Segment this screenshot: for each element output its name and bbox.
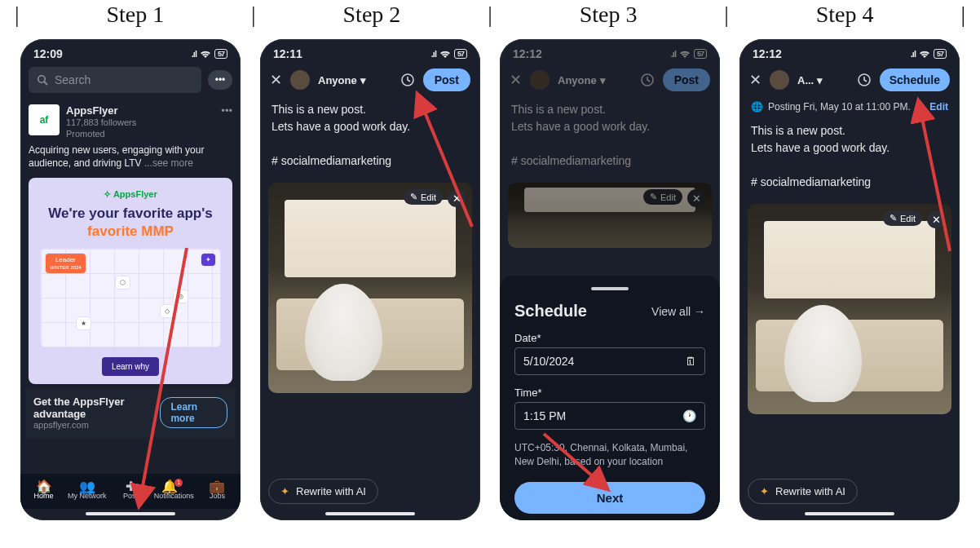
edit-image-button[interactable]: ✎Edit <box>883 210 922 226</box>
nav-notifications[interactable]: 🔔1Notifications <box>152 479 196 501</box>
battery-icon: 57 <box>214 49 227 59</box>
audience-selector[interactable]: Anyone▾ <box>558 74 606 86</box>
audience-selector[interactable]: A...▾ <box>797 74 823 86</box>
rewrite-with-ai-button[interactable]: ✦ Rewrite with AI <box>268 479 378 504</box>
date-value: 5/10/2024 <box>523 355 574 368</box>
search-input[interactable]: Search <box>29 67 201 93</box>
avatar[interactable] <box>290 70 310 90</box>
see-more-link[interactable]: ...see more <box>144 157 193 169</box>
bell-icon: 🔔1 <box>152 479 196 492</box>
rewrite-with-ai-button[interactable]: ✦Rewrite with AI <box>748 479 858 504</box>
avatar[interactable] <box>770 70 789 90</box>
signal-icon: .ıl <box>671 49 676 59</box>
step-label-2: Step 2 <box>258 2 486 28</box>
pencil-icon: ✎ <box>650 192 657 202</box>
attached-image[interactable]: ✎Edit ✕ <box>268 183 472 393</box>
divider: | <box>13 2 21 28</box>
status-bar: 12:12 .ıl 57 <box>739 39 960 64</box>
date-input[interactable]: 5/10/2024 🗓 <box>514 347 705 375</box>
battery-icon: 57 <box>934 49 947 59</box>
signal-icon: .ıl <box>192 49 196 59</box>
phone-step4: 12:12 .ıl 57 ✕ A...▾ Schedule 🌐 Posting … <box>739 39 960 520</box>
status-time: 12:12 <box>753 47 782 60</box>
wifi-icon <box>679 50 691 59</box>
signal-icon: .ıl <box>911 49 916 59</box>
remove-image-button[interactable]: ✕ <box>687 189 705 207</box>
schedule-button[interactable]: Schedule <box>880 68 950 91</box>
nav-jobs[interactable]: 💼Jobs <box>196 479 239 501</box>
compose-textarea[interactable]: This is a new post. Lets have a good wor… <box>500 96 720 175</box>
network-icon: 👥 <box>65 479 108 492</box>
pencil-icon: ✎ <box>890 213 897 223</box>
remove-image-button[interactable]: ✕ <box>448 189 466 207</box>
svg-line-1 <box>44 82 47 85</box>
home-indicator <box>86 512 175 515</box>
ad-image[interactable]: ✧ AppsFlyer We're your favorite app's fa… <box>29 178 232 384</box>
post-menu-icon[interactable]: ••• <box>221 104 232 117</box>
edit-image-button[interactable]: ✎Edit <box>643 189 682 205</box>
status-icons: .ıl 57 <box>911 49 947 59</box>
schedule-clock-icon[interactable] <box>857 73 872 87</box>
node-icon: ⬡ <box>116 276 130 289</box>
close-icon[interactable]: ✕ <box>749 71 761 89</box>
ad-brand-logo: ✧ AppsFlyer <box>37 189 224 200</box>
attached-image[interactable]: ✎Edit ✕ <box>748 204 951 414</box>
messages-button[interactable]: ••• <box>208 70 232 90</box>
post-icon: ✚ <box>108 479 152 492</box>
sparkle-icon: ✦ <box>760 485 769 497</box>
clock-icon: 🕐 <box>682 409 696 422</box>
avatar[interactable] <box>530 70 550 90</box>
divider: | <box>722 2 731 28</box>
compose-textarea[interactable]: This is a new post. Lets have a good wor… <box>260 96 480 175</box>
status-bar: 12:11 .ıl 57 <box>260 39 480 64</box>
learn-more-button[interactable]: Learn more <box>160 397 227 428</box>
step-label-4: Step 4 <box>731 2 959 28</box>
post-author[interactable]: AppsFlyer <box>66 104 214 117</box>
sheet-grabber[interactable] <box>591 287 629 290</box>
bottom-nav: 🏠Home 👥My Network ✚Post 🔔1Notifications … <box>20 474 241 509</box>
step-label-3: Step 3 <box>494 2 722 28</box>
close-icon[interactable]: ✕ <box>510 71 522 89</box>
divider: | <box>486 2 494 28</box>
divider: | <box>249 2 258 28</box>
home-indicator <box>325 512 415 515</box>
close-icon[interactable]: ✕ <box>270 71 282 89</box>
nav-network[interactable]: 👥My Network <box>65 479 108 501</box>
edit-schedule-link[interactable]: Edit <box>929 101 948 113</box>
ad-cta-button[interactable]: Learn why <box>102 357 159 376</box>
status-bar: 12:09 .ıl 57 <box>20 39 241 64</box>
post-button[interactable]: Post <box>663 68 710 91</box>
pencil-icon: ✎ <box>410 192 417 202</box>
status-icons: .ıl 57 <box>431 49 467 59</box>
compose-textarea[interactable]: This is a new post. Lets have a good wor… <box>739 117 960 196</box>
post-button[interactable]: Post <box>423 68 470 91</box>
nav-home[interactable]: 🏠Home <box>22 479 65 501</box>
status-time: 12:09 <box>33 47 63 60</box>
phone-step1: 12:09 .ıl 57 Search ••• <box>20 39 241 520</box>
status-icons: .ıl 57 <box>671 49 707 59</box>
company-logo[interactable]: af <box>29 104 60 135</box>
view-all-link[interactable]: View all → <box>651 305 705 318</box>
schedule-clock-icon[interactable] <box>640 73 655 87</box>
nav-post[interactable]: ✚Post <box>108 479 152 501</box>
home-indicator <box>805 512 894 515</box>
next-button[interactable]: Next <box>514 482 705 514</box>
time-value: 1:15 PM <box>523 409 566 422</box>
edit-image-button[interactable]: ✎Edit <box>404 189 443 205</box>
svg-point-0 <box>38 76 45 82</box>
cta-title: Get the AppsFlyer advantage <box>33 396 160 420</box>
search-placeholder: Search <box>55 73 90 86</box>
battery-icon: 57 <box>454 49 467 59</box>
logo-badge: ✦ <box>201 254 215 266</box>
scheduled-banner: 🌐 Posting Fri, May 10 at 11:00 PM. Edit <box>739 96 960 117</box>
chevron-down-icon: ▾ <box>360 74 366 86</box>
schedule-clock-icon[interactable] <box>400 73 415 87</box>
status-time: 12:11 <box>273 47 302 60</box>
chevron-down-icon: ▾ <box>817 74 823 86</box>
time-input[interactable]: 1:15 PM 🕐 <box>514 402 705 430</box>
remove-image-button[interactable]: ✕ <box>927 210 945 228</box>
attached-image[interactable]: ✎Edit ✕ <box>508 183 712 248</box>
audience-selector[interactable]: Anyone▾ <box>318 74 366 86</box>
wifi-icon <box>200 50 211 59</box>
time-label: Time* <box>514 387 705 399</box>
